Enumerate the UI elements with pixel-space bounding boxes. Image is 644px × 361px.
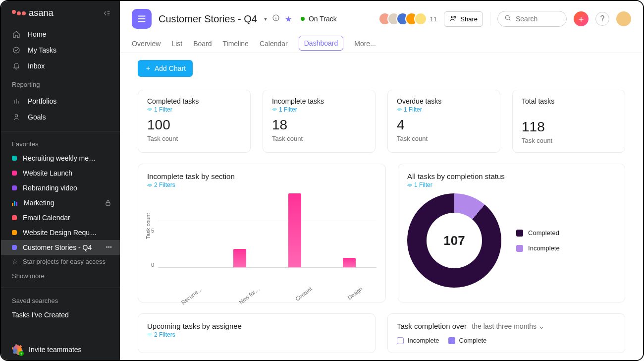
tab-calendar[interactable]: Calendar (260, 36, 288, 53)
topbar: Customer Stories - Q4 ▾ ★ On Track (120, 1, 643, 53)
saved-search-item[interactable]: Tasks I've Created (1, 307, 120, 322)
star-hint: ☆ Star projects for easy access (1, 255, 120, 268)
lock-icon (104, 199, 112, 207)
saved-searches-header: Saved searches (1, 292, 120, 307)
filter-link[interactable]: 1 Filter (272, 106, 366, 113)
sidebar-collapse-button[interactable] (103, 9, 111, 17)
filter-link[interactable]: 1 Filter (147, 106, 241, 113)
svg-rect-5 (106, 202, 110, 205)
tab-overview[interactable]: Overview (132, 36, 161, 53)
share-button[interactable]: Share (444, 11, 483, 27)
goals-icon (12, 113, 21, 121)
project-color-icon (12, 230, 17, 235)
tab-board[interactable]: Board (193, 36, 212, 53)
nav-home[interactable]: Home (1, 26, 120, 42)
status-dot-icon (301, 17, 305, 21)
project-title[interactable]: Customer Stories - Q4 (159, 13, 257, 25)
x-label: Design (346, 286, 363, 301)
tab-more[interactable]: More... (354, 36, 376, 53)
chart-title: Upcoming tasks by assignee (147, 322, 366, 330)
svg-point-1 (15, 115, 17, 117)
stat-title: Overdue tasks (397, 97, 491, 105)
nav-label: Inbox (28, 62, 45, 70)
stat-overdue[interactable]: Overdue tasks 1 Filter 4 Task count (387, 90, 500, 153)
fav-label: Email Calendar (23, 214, 112, 222)
nav-inbox[interactable]: Inbox (1, 58, 120, 74)
project-tabs: Overview List Board Timeline Calendar Da… (132, 36, 631, 53)
completion-status-chart[interactable]: All tasks by completion status 1 Filter … (398, 164, 625, 302)
x-axis-labels: Recurre…New for…ContentDesign (158, 286, 376, 292)
stat-value: 118 (522, 119, 616, 135)
tab-dashboard[interactable]: Dashboard (299, 36, 344, 51)
legend-swatch (448, 337, 455, 344)
fav-item[interactable]: Email Calendar (1, 210, 120, 225)
x-label: New for… (238, 286, 261, 305)
asana-logo-icon (12, 11, 26, 15)
search-input[interactable] (497, 11, 567, 27)
fav-item[interactable]: Recruiting weekly me… (1, 151, 120, 166)
member-avatars[interactable]: 11 (378, 12, 437, 25)
project-icon[interactable] (132, 9, 152, 29)
search-icon (504, 14, 512, 24)
fav-label: Recruiting weekly me… (23, 154, 112, 162)
fav-item[interactable]: Rebranding video (1, 180, 120, 195)
x-label: Recurre… (180, 286, 203, 305)
invite-icon: + (12, 344, 23, 355)
nav-portfolios[interactable]: Portfolios (1, 93, 120, 109)
star-icon[interactable]: ★ (285, 14, 292, 24)
filter-link[interactable]: 1 Filter (397, 106, 491, 113)
project-color-icon (12, 156, 17, 161)
filter-link[interactable]: 2 Filters (147, 181, 376, 188)
global-add-button[interactable]: ＋ (574, 11, 589, 26)
filter-link[interactable]: 1 Filter (407, 181, 616, 188)
chart-title: Task completion over (397, 322, 467, 330)
fav-label: Website Design Requ… (23, 229, 112, 237)
stat-incomplete[interactable]: Incomplete tasks 1 Filter 18 Task count (263, 90, 376, 153)
stat-value: 4 (397, 117, 491, 133)
filter-link[interactable]: 2 Filters (147, 331, 366, 338)
fav-item[interactable]: Website Design Requ… (1, 225, 120, 240)
fav-item[interactable]: Marketing (1, 195, 120, 210)
plus-icon: ＋ (145, 64, 152, 73)
fav-label: Rebranding video (23, 184, 112, 192)
tab-timeline[interactable]: Timeline (223, 36, 249, 53)
show-more-button[interactable]: Show more (1, 268, 120, 284)
svg-point-0 (13, 47, 19, 53)
stat-value: 100 (147, 117, 241, 133)
search-field[interactable] (516, 15, 560, 23)
x-label: Content (294, 286, 313, 302)
date-range-selector[interactable]: the last three months ⌄ (472, 322, 544, 330)
help-button[interactable]: ? (595, 12, 609, 26)
chart-legend: Incomplete Complete (397, 337, 616, 344)
fav-item[interactable]: Website Launch (1, 166, 120, 180)
upcoming-by-assignee-chart[interactable]: Upcoming tasks by assignee 2 Filters (138, 313, 376, 353)
chart-legend: Completed Incomplete (516, 229, 560, 252)
chevron-down-icon[interactable]: ▾ (264, 15, 267, 22)
user-avatar[interactable] (616, 11, 631, 26)
chart-title: All tasks by completion status (407, 172, 616, 180)
legend-swatch (516, 245, 523, 252)
nav-my-tasks[interactable]: My Tasks (1, 42, 120, 58)
stat-sub: Task count (522, 137, 616, 144)
project-color-icon (12, 245, 17, 250)
project-color-icon (12, 185, 17, 190)
bar (288, 193, 301, 267)
sidebar-primary-nav: Home My Tasks Inbox (1, 24, 120, 76)
nav-label: Portfolios (28, 97, 56, 105)
fav-label: Customer Stories - Q4 (23, 243, 100, 251)
stat-value: 18 (272, 117, 366, 133)
brand-logo[interactable]: asana (12, 8, 54, 18)
status-chip[interactable]: On Track (299, 14, 339, 24)
more-icon[interactable]: ••• (106, 244, 112, 251)
fav-item-active[interactable]: Customer Stories - Q4 ••• (1, 240, 120, 255)
info-icon[interactable] (272, 14, 280, 24)
tab-list[interactable]: List (171, 36, 182, 53)
stat-completed[interactable]: Completed tasks 1 Filter 100 Task count (138, 90, 251, 153)
add-chart-button[interactable]: ＋ Add Chart (138, 60, 193, 77)
nav-goals[interactable]: Goals (1, 109, 120, 125)
incomplete-by-section-chart[interactable]: Incomplete task by section 2 Filters Tas… (138, 164, 386, 302)
nav-label: My Tasks (28, 46, 56, 54)
completion-over-time-chart[interactable]: Task completion over the last three mont… (387, 313, 625, 353)
invite-teammates-button[interactable]: + Invite teammates (1, 339, 120, 360)
stat-total[interactable]: Total tasks 118 Task count (512, 90, 625, 153)
